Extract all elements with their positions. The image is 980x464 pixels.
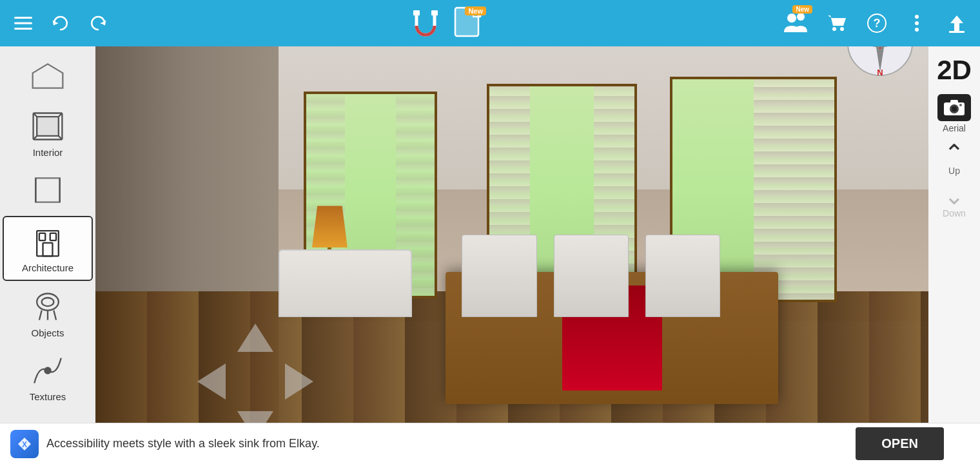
svg-point-36 bbox=[44, 367, 50, 373]
svg-point-50 bbox=[959, 104, 962, 106]
sidebar-item-interior[interactable]: Interior bbox=[3, 102, 93, 164]
chair-2 bbox=[554, 235, 629, 317]
right-panel: 2D Aerial ⌃ Up ⌄ Down bbox=[928, 46, 980, 423]
svg-rect-24 bbox=[35, 178, 59, 202]
toolbar: New New ? bbox=[0, 0, 980, 46]
users-new-badge: New bbox=[792, 5, 812, 14]
svg-text:X: X bbox=[22, 440, 27, 449]
sidebar-item-wall[interactable] bbox=[3, 166, 93, 215]
sofa bbox=[279, 249, 412, 317]
svg-point-13 bbox=[915, 21, 919, 25]
svg-rect-4 bbox=[431, 10, 438, 15]
svg-rect-3 bbox=[413, 10, 420, 15]
svg-rect-30 bbox=[50, 233, 56, 240]
ad-text: Accessibility meets style with a sleek s… bbox=[46, 437, 856, 450]
new-badge: New bbox=[465, 6, 486, 15]
down-arrow-icon: ⌄ bbox=[944, 184, 965, 208]
svg-rect-1 bbox=[14, 23, 32, 24]
svg-line-33 bbox=[39, 311, 42, 320]
svg-rect-49 bbox=[950, 100, 958, 104]
more-button[interactable] bbox=[904, 10, 930, 36]
sidebar-item-room[interactable] bbox=[3, 52, 93, 101]
svg-point-48 bbox=[952, 106, 957, 111]
sidebar-item-objects[interactable]: Objects bbox=[3, 282, 93, 345]
svg-point-14 bbox=[915, 28, 919, 32]
view-2d-button[interactable]: 2D bbox=[937, 52, 972, 89]
up-button[interactable]: ⌃ Up bbox=[941, 139, 967, 179]
help-button[interactable]: ? bbox=[864, 10, 890, 36]
svg-rect-16 bbox=[949, 31, 965, 33]
svg-rect-19 bbox=[37, 117, 59, 136]
down-label: Down bbox=[943, 208, 966, 218]
svg-marker-15 bbox=[950, 15, 963, 31]
room-scene bbox=[95, 46, 928, 423]
svg-point-31 bbox=[37, 293, 59, 310]
redo-button[interactable] bbox=[85, 10, 111, 36]
undo-button[interactable] bbox=[48, 10, 74, 36]
down-button[interactable]: ⌄ Down bbox=[940, 181, 968, 221]
magnet-button[interactable] bbox=[407, 5, 444, 41]
sidebar-item-architecture[interactable]: Architecture bbox=[3, 216, 93, 281]
svg-rect-2 bbox=[14, 28, 32, 30]
sidebar-label-architecture: Architecture bbox=[22, 262, 74, 273]
sidebar-label-textures: Textures bbox=[30, 391, 66, 402]
svg-point-8 bbox=[832, 27, 836, 31]
svg-rect-29 bbox=[39, 233, 45, 240]
svg-marker-17 bbox=[33, 64, 63, 88]
svg-line-34 bbox=[54, 311, 56, 320]
aerial-cam-icon bbox=[937, 94, 971, 121]
chair-1 bbox=[462, 235, 536, 317]
up-arrow-icon: ⌃ bbox=[944, 141, 965, 166]
cart-button[interactable] bbox=[824, 10, 850, 36]
svg-text:?: ? bbox=[874, 17, 881, 30]
svg-point-6 bbox=[787, 14, 796, 23]
svg-text:N: N bbox=[877, 68, 883, 77]
main-3d-view[interactable] bbox=[95, 46, 928, 423]
svg-point-9 bbox=[840, 27, 844, 31]
new-document-button[interactable]: New bbox=[451, 5, 485, 41]
sidebar-item-textures[interactable]: Textures bbox=[3, 346, 93, 409]
svg-point-32 bbox=[42, 298, 54, 306]
aerial-button[interactable]: Aerial bbox=[935, 92, 974, 136]
users-button[interactable]: New bbox=[781, 8, 810, 39]
svg-point-7 bbox=[797, 13, 805, 21]
sidebar-label-objects: Objects bbox=[32, 327, 64, 338]
menu-button[interactable] bbox=[10, 10, 36, 36]
ad-bar: X Accessibility meets style with a sleek… bbox=[0, 423, 980, 464]
sidebar-label-interior: Interior bbox=[33, 147, 63, 158]
chair-3 bbox=[645, 235, 720, 317]
curtain-right-3 bbox=[754, 79, 834, 300]
up-label: Up bbox=[948, 166, 960, 176]
open-button[interactable]: OPEN bbox=[856, 427, 944, 460]
svg-point-12 bbox=[915, 15, 919, 19]
upload-button[interactable] bbox=[944, 10, 970, 36]
aerial-label: Aerial bbox=[943, 123, 966, 133]
svg-rect-28 bbox=[43, 243, 53, 256]
ad-icon: X bbox=[10, 430, 39, 458]
svg-rect-0 bbox=[14, 17, 32, 19]
sidebar: Interior Architecture Objects bbox=[0, 46, 95, 423]
